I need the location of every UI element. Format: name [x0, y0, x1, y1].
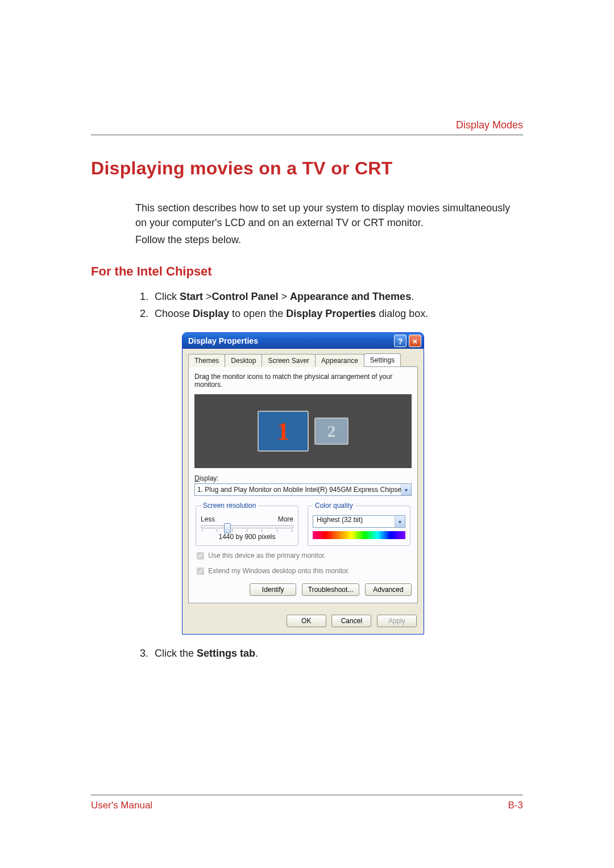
extend-desktop-label: Extend my Windows desktop onto this moni… — [208, 567, 350, 575]
identify-button[interactable]: Identify — [250, 583, 296, 596]
footer-page-number: B-3 — [508, 800, 523, 811]
steps-list: Click Start >Control Panel > Appearance … — [135, 289, 523, 322]
tab-page-settings: Drag the monitor icons to match the phys… — [188, 366, 418, 603]
header-rule — [91, 135, 523, 135]
dialog-title: Display Properties — [188, 336, 392, 345]
monitor-1-icon[interactable]: 1 — [258, 411, 309, 452]
monitor-arrangement-area[interactable]: 1 2 — [194, 394, 412, 468]
monitor-2-icon[interactable]: 2 — [314, 418, 349, 445]
screen-resolution-group: Screen resolution Less More — [196, 502, 298, 546]
step-1: Click Start >Control Panel > Appearance … — [151, 289, 523, 305]
color-quality-value: Highest (32 bit) — [313, 516, 395, 527]
color-preview-bar — [313, 531, 405, 539]
display-dropdown-value: 1. Plug and Play Monitor on Mobile Intel… — [195, 486, 401, 494]
footer-rule — [91, 795, 523, 795]
tab-screen-saver[interactable]: Screen Saver — [262, 354, 316, 367]
intro-p2: Follow the steps below. — [135, 232, 523, 247]
slider-ticks — [201, 529, 293, 532]
step-3: Click the Settings tab. — [151, 646, 523, 662]
apply-button[interactable]: Apply — [377, 615, 417, 627]
display-label: Display: — [194, 474, 219, 482]
dialog-titlebar[interactable]: Display Properties ? × — [182, 333, 424, 349]
intro-p1: This section describes how to set up you… — [135, 201, 523, 230]
slider-thumb[interactable] — [224, 523, 231, 533]
dialog-button-row: OK Cancel Apply — [182, 609, 424, 634]
page-title: Displaying movies on a TV or CRT — [91, 158, 523, 179]
intro-block: This section describes how to set up you… — [135, 201, 523, 247]
section-tag: Display Modes — [91, 119, 523, 131]
tab-themes[interactable]: Themes — [188, 354, 225, 367]
cancel-button[interactable]: Cancel — [331, 615, 371, 627]
help-button[interactable]: ? — [394, 335, 406, 347]
color-quality-group: Color quality Highest (32 bit) ▾ — [308, 502, 410, 546]
footer-manual: User's Manual — [91, 800, 152, 811]
troubleshoot-button[interactable]: Troubleshoot... — [302, 583, 360, 596]
tab-desktop[interactable]: Desktop — [225, 354, 262, 367]
manual-page: Display Modes Displaying movies on a TV … — [0, 0, 614, 868]
primary-monitor-checkbox[interactable] — [197, 552, 204, 560]
primary-monitor-checkbox-row: Use this device as the primary monitor. — [194, 550, 412, 561]
group-row: Screen resolution Less More — [194, 502, 412, 546]
arrange-instruction: Drag the monitor icons to match the phys… — [194, 373, 412, 389]
display-properties-dialog: Display Properties ? × Themes Desktop Sc… — [182, 332, 424, 635]
resolution-slider[interactable]: Less More 1440 by 900 pixels — [201, 515, 293, 541]
color-quality-legend: Color quality — [313, 502, 355, 510]
tab-settings[interactable]: Settings — [364, 353, 401, 366]
slider-less-label: Less — [201, 515, 215, 523]
figure: Display Properties ? × Themes Desktop Sc… — [182, 332, 523, 635]
primary-monitor-label: Use this device as the primary monitor. — [208, 552, 326, 560]
tab-strip: Themes Desktop Screen Saver Appearance S… — [188, 353, 418, 366]
tab-appearance[interactable]: Appearance — [315, 354, 364, 367]
page-header: Display Modes — [91, 119, 523, 135]
display-row: Display: 1. Plug and Play Monitor on Mob… — [194, 474, 412, 496]
subheading: For the Intel Chipset — [91, 264, 523, 279]
display-dropdown[interactable]: 1. Plug and Play Monitor on Mobile Intel… — [194, 483, 412, 496]
close-button[interactable]: × — [409, 335, 421, 347]
steps-list-cont: Click the Settings tab. — [135, 646, 523, 662]
screen-resolution-legend: Screen resolution — [201, 502, 258, 510]
slider-track[interactable] — [201, 525, 293, 528]
dialog-body: Themes Desktop Screen Saver Appearance S… — [182, 349, 424, 609]
color-quality-dropdown[interactable]: Highest (32 bit) ▾ — [313, 515, 405, 528]
resolution-readout: 1440 by 900 pixels — [201, 533, 293, 541]
chevron-down-icon[interactable]: ▾ — [395, 516, 405, 527]
tabpage-button-row: Identify Troubleshoot... Advanced — [194, 583, 412, 596]
extend-desktop-checkbox[interactable] — [197, 567, 204, 575]
page-footer: User's Manual B-3 — [91, 795, 523, 811]
step-2: Choose Display to open the Display Prope… — [151, 306, 523, 322]
advanced-button[interactable]: Advanced — [365, 583, 412, 596]
ok-button[interactable]: OK — [287, 615, 326, 627]
slider-more-label: More — [278, 515, 293, 523]
extend-desktop-checkbox-row: Extend my Windows desktop onto this moni… — [194, 566, 412, 577]
chevron-down-icon[interactable]: ▾ — [401, 484, 411, 495]
